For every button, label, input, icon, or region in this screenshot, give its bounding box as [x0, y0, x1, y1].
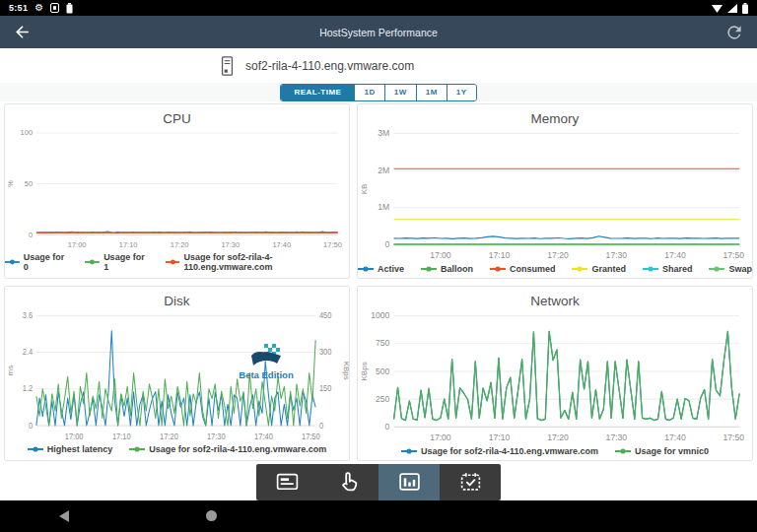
svg-text:17:40: 17:40 [664, 250, 686, 260]
chart-canvas[interactable]: 01M2M3MKB17:0017:1017:2017:3017:4017:50 [358, 127, 752, 263]
wifi-icon [712, 4, 723, 13]
svg-text:3.6: 3.6 [23, 311, 34, 321]
legend-marker-icon [643, 265, 658, 273]
tap-hand-icon [336, 470, 361, 495]
legend-item[interactable]: Usage for 1 [85, 252, 148, 272]
host-name: sof2-rila-4-110.eng.vmware.com [245, 59, 414, 73]
svg-text:500: 500 [376, 366, 390, 376]
legend-label: Usage for 0 [24, 252, 68, 272]
tab-1d[interactable]: 1D [354, 85, 383, 100]
svg-text:2.4: 2.4 [23, 348, 34, 358]
svg-text:17:00: 17:00 [65, 432, 84, 441]
tab-1m[interactable]: 1M [416, 85, 447, 100]
actions-button[interactable] [317, 464, 378, 500]
svg-text:450: 450 [319, 311, 332, 321]
chart-plot-svg[interactable]: 02505007501000KBps17:0017:1017:2017:3017… [358, 309, 752, 445]
tab-1w[interactable]: 1W [384, 85, 416, 100]
legend-item[interactable]: Swap [709, 264, 752, 274]
svg-text:17:00: 17:00 [68, 240, 87, 249]
nav-back-button[interactable] [59, 510, 69, 522]
nav-home-button[interactable] [206, 510, 217, 521]
svg-text:17:10: 17:10 [489, 250, 511, 260]
svg-text:17:30: 17:30 [606, 432, 628, 442]
legend-marker-icon [28, 445, 43, 453]
tab-1y[interactable]: 1Y [447, 85, 476, 100]
chart-plot-svg[interactable]: 01.22.43.60150300450msKBps17:0017:1017:2… [5, 309, 349, 443]
back-arrow-icon [13, 23, 32, 41]
chart-legend: ActiveBalloonConsumedGrantedSharedSwap [358, 263, 752, 280]
android-nav-bar [0, 500, 757, 532]
refresh-button[interactable] [724, 23, 744, 42]
cellular-signal-icon [727, 4, 737, 13]
legend-item[interactable]: Highest latency [28, 444, 113, 454]
chart-canvas[interactable]: 01.22.43.60150300450msKBps17:0017:1017:2… [5, 309, 349, 443]
chart-title: Memory [358, 104, 752, 127]
legend-label: Usage for sof2-rila-4-110.eng.vmware.com [421, 446, 598, 456]
legend-item[interactable]: Active [358, 264, 404, 274]
legend-item[interactable]: Usage for sof2-rila-4-110.eng.vmware.com [129, 444, 326, 454]
svg-text:1000: 1000 [371, 310, 389, 320]
network-chart-card: Network 02505007501000KBps17:0017:1017:2… [357, 286, 753, 461]
android-status-bar: 5:51 ⚙ [0, 0, 757, 16]
legend-label: Usage for 1 [103, 252, 148, 272]
host-server-icon [219, 55, 236, 77]
legend-label: Balloon [441, 264, 473, 274]
bottom-toolbar [256, 464, 501, 500]
chart-plot-svg[interactable]: 01M2M3MKB17:0017:1017:2017:3017:4017:50 [358, 127, 752, 263]
legend-item[interactable]: Granted [572, 264, 626, 274]
chart-canvas[interactable]: 050100%17:0017:1017:2017:3017:4017:50 [5, 127, 349, 251]
chart-title: CPU [5, 104, 349, 127]
chart-canvas[interactable]: 02505007501000KBps17:0017:1017:2017:3017… [358, 309, 752, 445]
legend-item[interactable]: Usage for vmnic0 [615, 446, 709, 456]
svg-text:17:50: 17:50 [723, 250, 744, 260]
svg-text:17:50: 17:50 [723, 432, 744, 442]
legend-item[interactable]: Usage for 0 [5, 252, 68, 272]
svg-text:17:30: 17:30 [221, 240, 240, 249]
legend-label: Shared [662, 264, 693, 274]
chart-plot-svg[interactable]: 050100%17:0017:1017:2017:3017:4017:50 [5, 127, 349, 251]
chart-title: Disk [5, 287, 349, 309]
svg-text:KBps: KBps [342, 362, 349, 380]
cpu-chart-card: CPU 050100%17:0017:1017:2017:3017:4017:5… [4, 103, 350, 279]
time-range-strip: REAL-TIME 1D 1W 1M 1Y [0, 83, 757, 101]
note-card-icon [275, 470, 300, 495]
legend-label: Highest latency [47, 444, 113, 454]
svg-text:17:40: 17:40 [664, 432, 686, 442]
legend-item[interactable]: Balloon [421, 264, 473, 274]
svg-text:250: 250 [376, 394, 390, 404]
legend-marker-icon [5, 258, 20, 266]
legend-marker-icon [85, 258, 100, 266]
svg-text:0: 0 [319, 421, 324, 431]
svg-text:17:10: 17:10 [112, 432, 131, 441]
legend-item[interactable]: Usage for sof2-rila-4-110.eng.vmware.com [401, 446, 598, 456]
performance-charts-button[interactable] [378, 464, 440, 500]
gear-icon: ⚙ [34, 3, 43, 13]
tab-real-time[interactable]: REAL-TIME [281, 85, 354, 100]
legend-marker-icon [166, 258, 180, 266]
calendar-check-icon [458, 470, 483, 495]
host-row[interactable]: sof2-rila-4-110.eng.vmware.com [0, 48, 757, 83]
svg-text:50: 50 [25, 179, 33, 188]
disk-chart-card: Disk 01.22.43.60150300450msKBps17:0017:1… [4, 286, 350, 461]
tasks-button[interactable] [440, 464, 501, 500]
legend-item[interactable]: Consumed [490, 264, 556, 274]
back-button[interactable] [13, 23, 32, 41]
legend-label: Usage for sof2-rila-4-110.eng.vmware.com [183, 252, 348, 272]
legend-item[interactable]: Usage for sof2-rila-4-110.eng.vmware.com [166, 252, 349, 272]
refresh-icon [724, 23, 744, 42]
battery-notification-icon [66, 3, 73, 14]
legend-label: Usage for vmnic0 [635, 446, 709, 456]
svg-text:17:50: 17:50 [302, 432, 320, 441]
svg-text:KB: KB [360, 184, 369, 195]
legend-marker-icon [490, 265, 506, 273]
svg-text:17:20: 17:20 [547, 432, 569, 442]
legend-item[interactable]: Shared [643, 264, 693, 274]
svg-text:ms: ms [6, 366, 14, 376]
svg-text:2M: 2M [378, 166, 389, 175]
legend-marker-icon [129, 445, 145, 453]
chart-legend: Highest latencyUsage for sof2-rila-4-110… [5, 443, 349, 460]
svg-text:0: 0 [29, 231, 33, 239]
summary-card-button[interactable] [256, 464, 317, 500]
svg-text:3M: 3M [378, 128, 389, 138]
legend-label: Granted [591, 264, 626, 274]
